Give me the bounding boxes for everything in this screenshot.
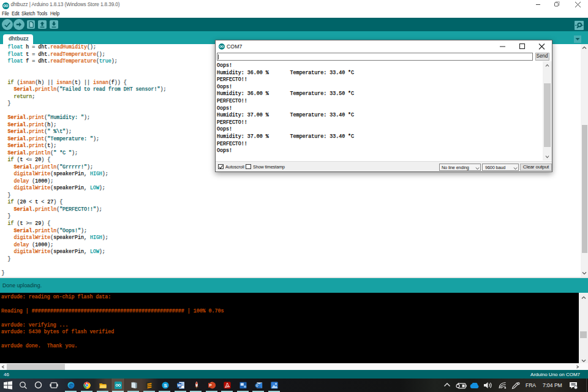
svg-text:S: S	[164, 383, 167, 388]
svg-text:P: P	[209, 383, 211, 387]
svg-text:W: W	[177, 383, 181, 387]
